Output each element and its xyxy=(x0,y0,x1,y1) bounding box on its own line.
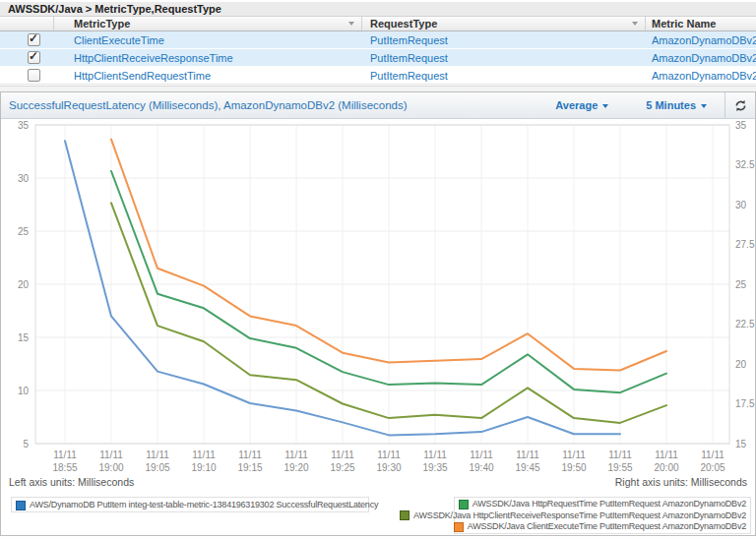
svg-text:25: 25 xyxy=(18,226,30,237)
svg-text:11/11: 11/11 xyxy=(377,449,401,460)
column-header-metric-name[interactable]: Metric Name xyxy=(646,17,756,30)
svg-text:17.5: 17.5 xyxy=(735,398,755,409)
chevron-down-icon xyxy=(602,104,608,108)
legend-item[interactable]: AWSSDK/Java HttpClientReceiveResponseTim… xyxy=(400,510,746,521)
column-header-requesttype[interactable]: RequestType xyxy=(362,17,646,30)
chevron-down-icon xyxy=(701,104,707,108)
legend-item[interactable]: AWS/DynamoDB PutItem integ-test-table-me… xyxy=(16,500,364,510)
svg-text:11/11: 11/11 xyxy=(608,449,632,460)
statistic-value: Average xyxy=(555,99,598,111)
svg-text:11/11: 11/11 xyxy=(331,449,354,460)
svg-text:25: 25 xyxy=(735,279,747,290)
legend-swatch xyxy=(400,510,410,520)
table-header: MetricType RequestType Metric Name xyxy=(0,17,756,31)
svg-text:10: 10 xyxy=(18,386,30,396)
metric-name-link[interactable]: AmazonDynamoDBv2 xyxy=(652,52,756,64)
row-checkbox[interactable] xyxy=(28,51,40,64)
refresh-button[interactable] xyxy=(724,92,755,118)
legend-right-box: AWSSDK/Java HttpRequestTime PutItemReque… xyxy=(454,497,751,534)
legend-left-box: AWS/DynamoDB PutItem integ-test-table-me… xyxy=(11,497,369,512)
column-label-requesttype: RequestType xyxy=(370,17,437,30)
svg-text:20: 20 xyxy=(18,279,30,290)
svg-text:11/11: 11/11 xyxy=(238,449,262,460)
checkbox-column-header xyxy=(0,17,54,30)
latency-chart-svg: 35302520151053532.53027.52522.52017.5151… xyxy=(1,119,755,488)
svg-text:11/11: 11/11 xyxy=(192,449,216,460)
svg-text:19:00: 19:00 xyxy=(98,462,123,473)
svg-text:15: 15 xyxy=(735,439,747,449)
svg-text:11/11: 11/11 xyxy=(701,449,724,460)
svg-text:19:45: 19:45 xyxy=(515,462,539,473)
svg-text:19:35: 19:35 xyxy=(422,462,447,473)
legend-swatch xyxy=(16,501,26,510)
metric-name-link[interactable]: AmazonDynamoDBv2 xyxy=(652,34,756,46)
svg-text:19:15: 19:15 xyxy=(237,462,262,473)
metric-type-link[interactable]: HttpClientSendRequestTime xyxy=(74,70,211,82)
chart-panel: SuccessfulRequestLatency (Milliseconds),… xyxy=(0,91,756,536)
svg-text:20:00: 20:00 xyxy=(654,462,678,473)
svg-text:11/11: 11/11 xyxy=(146,449,169,460)
refresh-icon xyxy=(733,98,748,113)
metric-name-link[interactable]: AmazonDynamoDBv2 xyxy=(652,70,756,82)
checkbox-cell xyxy=(0,67,54,84)
request-type-link[interactable]: PutItemRequest xyxy=(370,34,448,46)
svg-text:19:30: 19:30 xyxy=(376,462,401,473)
svg-text:15: 15 xyxy=(18,332,30,343)
request-type-link[interactable]: PutItemRequest xyxy=(370,70,448,82)
svg-text:18:55: 18:55 xyxy=(52,462,77,473)
svg-text:19:05: 19:05 xyxy=(145,462,169,473)
svg-text:11/11: 11/11 xyxy=(516,449,539,460)
column-header-metrictype[interactable]: MetricType xyxy=(54,17,362,30)
metric-type-link[interactable]: HttpClientReceiveResponseTime xyxy=(74,52,233,64)
svg-text:20:05: 20:05 xyxy=(700,462,724,473)
period-value: 5 Minutes xyxy=(646,99,696,111)
svg-text:19:25: 19:25 xyxy=(330,462,354,473)
svg-text:Right axis units: Milliseconds: Right axis units: Milliseconds xyxy=(615,476,747,488)
legend-area: AWS/DynamoDB PutItem integ-test-table-me… xyxy=(1,488,755,533)
statistic-dropdown[interactable]: Average xyxy=(555,99,608,111)
svg-text:35: 35 xyxy=(18,120,30,131)
legend-label: AWSSDK/Java HttpClientReceiveResponseTim… xyxy=(413,510,746,521)
table-row[interactable]: HttpClientSendRequestTime PutItemRequest… xyxy=(0,67,756,85)
svg-text:30: 30 xyxy=(18,173,30,184)
svg-text:11/11: 11/11 xyxy=(562,449,586,460)
table-row[interactable]: HttpClientReceiveResponseTime PutItemReq… xyxy=(0,49,756,67)
legend-label: AWSSDK/Java HttpRequestTime PutItemReque… xyxy=(472,499,746,509)
svg-text:11/11: 11/11 xyxy=(423,449,447,460)
legend-label: AWS/DynamoDB PutItem integ-test-table-me… xyxy=(30,500,378,510)
svg-text:27.5: 27.5 xyxy=(735,239,755,250)
breadcrumb: AWSSDK/Java > MetricType,RequestType xyxy=(0,2,756,17)
svg-text:11/11: 11/11 xyxy=(53,449,77,460)
svg-text:11/11: 11/11 xyxy=(99,449,123,460)
legend-swatch xyxy=(454,522,464,532)
svg-text:19:55: 19:55 xyxy=(607,462,632,473)
chart-title: SuccessfulRequestLatency (Milliseconds),… xyxy=(1,99,555,111)
svg-text:19:10: 19:10 xyxy=(191,462,216,473)
sort-caret-icon[interactable] xyxy=(632,22,638,26)
svg-text:35: 35 xyxy=(735,120,747,131)
row-checkbox[interactable] xyxy=(28,69,40,82)
legend-label: AWSSDK/Java ClientExecuteTime PutItemReq… xyxy=(468,521,746,532)
svg-text:5: 5 xyxy=(23,439,29,449)
svg-text:19:40: 19:40 xyxy=(469,462,493,473)
table-row[interactable]: ClientExecuteTime PutItemRequest AmazonD… xyxy=(0,31,756,49)
svg-text:19:50: 19:50 xyxy=(561,462,586,473)
svg-text:32.5: 32.5 xyxy=(735,159,755,170)
column-label-metric-name: Metric Name xyxy=(652,17,716,30)
svg-text:Left axis units: Milliseconds: Left axis units: Milliseconds xyxy=(9,476,134,488)
sort-caret-icon[interactable] xyxy=(348,22,354,26)
period-dropdown[interactable]: 5 Minutes xyxy=(646,99,707,111)
row-checkbox[interactable] xyxy=(28,33,40,46)
svg-text:11/11: 11/11 xyxy=(655,449,678,460)
checkbox-cell xyxy=(0,31,54,48)
svg-text:30: 30 xyxy=(735,200,747,210)
metric-type-link[interactable]: ClientExecuteTime xyxy=(74,34,164,46)
svg-text:22.5: 22.5 xyxy=(735,319,755,329)
checkbox-cell xyxy=(0,49,54,66)
svg-text:11/11: 11/11 xyxy=(470,449,493,460)
legend-item[interactable]: AWSSDK/Java ClientExecuteTime PutItemReq… xyxy=(454,521,746,532)
chart-gridlines xyxy=(35,125,729,444)
request-type-link[interactable]: PutItemRequest xyxy=(370,52,448,64)
cloudwatch-metrics-panel: AWSSDK/Java > MetricType,RequestType Met… xyxy=(0,0,756,539)
legend-item[interactable]: AWSSDK/Java HttpRequestTime PutItemReque… xyxy=(459,499,746,509)
